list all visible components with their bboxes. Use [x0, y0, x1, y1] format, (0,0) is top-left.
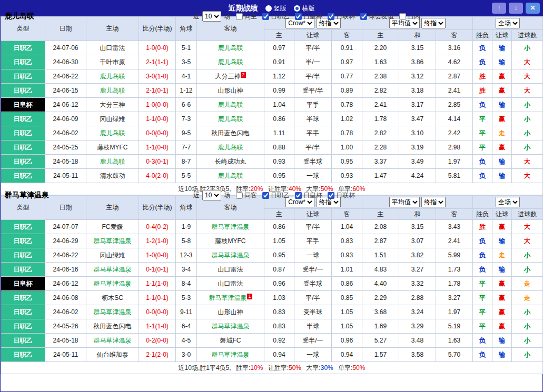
team-link[interactable]: 长崎成功丸 [215, 158, 246, 165]
scope-select[interactable]: 全场 [496, 18, 520, 28]
team-link[interactable]: 鹿儿岛联 [218, 172, 243, 179]
match-type: 日职乙 [1, 112, 45, 126]
filter-checkbox[interactable] [328, 192, 334, 199]
match-row: 日职乙24-06-16群马草津温泉0-1(0-1)3-4山口雷法0.87受半/一… [1, 263, 543, 277]
col-home: 主场 [86, 17, 139, 41]
team-link[interactable]: 群马草津温泉 [94, 337, 132, 344]
filter-checkbox[interactable] [262, 192, 269, 199]
team-link[interactable]: 群马草津温泉 [209, 294, 246, 301]
scroll-down-button[interactable]: ↓ [509, 3, 523, 14]
result-goals: 走 [512, 277, 543, 291]
team-link[interactable]: 鹿儿岛联 [100, 73, 125, 80]
team-link[interactable]: 大分三神 [215, 73, 240, 80]
match-count-select[interactable]: 10 [202, 190, 221, 200]
filter-球会友谊[interactable]: 球会友谊 [360, 12, 394, 21]
handicap-line: 平/半 [294, 220, 332, 234]
team-link[interactable]: 群马草津温泉 [94, 280, 132, 287]
match-score: 0-3(0-1) [139, 155, 176, 169]
team-link[interactable]: 山口雷法 [100, 44, 125, 52]
match-type: 日职乙 [1, 41, 45, 55]
average-select[interactable]: 平均值 [389, 197, 420, 207]
team-link[interactable]: 山形山神 [218, 87, 243, 94]
team-link[interactable]: 山口雷法 [218, 266, 243, 273]
match-type: 日职乙 [1, 305, 45, 319]
team-link[interactable]: 鹿儿岛联 [218, 144, 243, 151]
team-link[interactable]: 鹿儿岛联 [218, 58, 243, 66]
match-date: 24-06-29 [45, 234, 86, 248]
filter-label: 球会友谊 [369, 12, 394, 21]
team-link[interactable]: 鹿儿岛联 [218, 44, 243, 52]
filter-日联杯[interactable]: 日联杯 [328, 12, 355, 21]
close-icon[interactable]: ✕ [526, 3, 540, 14]
filter-checkbox[interactable] [262, 13, 269, 20]
filter-checkbox[interactable] [360, 13, 367, 20]
filter-日皇杯[interactable]: 日皇杯 [295, 191, 322, 200]
avg-away-odds: 1.78 [436, 277, 473, 291]
odds-stage-select-2[interactable]: 终指 [421, 197, 446, 207]
team-link[interactable]: 鹿儿岛联 [218, 101, 243, 108]
team-name: 群马草津温泉 [5, 190, 49, 200]
team-link[interactable]: 磐城FC [220, 337, 241, 344]
odds-stage-select-2[interactable]: 终指 [421, 18, 446, 28]
scope-select[interactable]: 全场 [496, 197, 520, 207]
team-link[interactable]: 鹿儿岛联 [100, 158, 125, 165]
team-link[interactable]: 枥木SC [102, 294, 123, 301]
filter-checkbox[interactable] [399, 13, 406, 20]
avg-home-odds: 2.29 [362, 291, 399, 305]
result-goals: 大 [512, 220, 543, 234]
home-team: 群马草津温泉 [86, 277, 139, 291]
match-score: 0-4(0-2) [139, 220, 176, 234]
away-team: 藤枝MYFC [197, 234, 264, 248]
team-link[interactable]: 冈山绿雉 [100, 252, 125, 259]
team-link[interactable]: 群马草津温泉 [212, 223, 250, 230]
team-link[interactable]: 群马草津温泉 [212, 323, 250, 330]
filter-checkbox[interactable] [295, 13, 302, 20]
filter-checkbox[interactable] [236, 13, 243, 20]
match-count-select[interactable]: 10 [202, 11, 221, 22]
team-link[interactable]: 大分三神 [100, 101, 125, 108]
avg-away-odds: 3.16 [436, 41, 473, 55]
team-link[interactable]: 冈山绿雉 [100, 115, 125, 123]
filter-同主[interactable]: 同主 [236, 12, 257, 21]
handicap-line: 受半/一 [294, 334, 332, 348]
team-link[interactable]: 清水鼓动 [100, 172, 125, 179]
filter-日职乙[interactable]: 日职乙 [262, 191, 290, 200]
team-link[interactable]: 藤枝MYFC [215, 237, 246, 245]
away-team: 群马草津温泉 [197, 220, 264, 234]
team-link[interactable]: 鹿儿岛联 [218, 115, 243, 123]
filter-日皇杯[interactable]: 日皇杯 [295, 12, 322, 21]
team-link[interactable]: 鹿儿岛联 [100, 87, 125, 94]
team-link[interactable]: 群马草津温泉 [94, 237, 132, 245]
team-link[interactable]: 群马草津温泉 [212, 351, 250, 358]
result-handicap: 赢 [492, 84, 512, 98]
scroll-up-button[interactable]: ↑ [492, 3, 506, 14]
filter-日丙[interactable]: 日丙 [399, 12, 420, 21]
away-team: 鹿儿岛联 [197, 55, 264, 69]
team-link[interactable]: 藤枝MYFC [97, 144, 128, 151]
away-team: 山口雷法 [197, 277, 264, 291]
team-link[interactable]: 群马草津温泉 [94, 266, 132, 273]
team-link[interactable]: 秋田蓝色闪电 [212, 129, 250, 137]
team-link[interactable]: 群马草津温泉 [94, 308, 132, 316]
team-link[interactable]: 山形山神 [218, 308, 243, 316]
filter-checkbox[interactable] [236, 192, 243, 199]
corner-count: 12-3 [176, 248, 197, 263]
team-link[interactable]: 群马草津温泉 [212, 252, 250, 259]
team-link[interactable]: 鹿儿岛联 [100, 129, 125, 137]
team-link[interactable]: 秋田蓝色闪电 [94, 323, 132, 330]
filter-label: 同主 [244, 12, 257, 21]
team-link[interactable]: FC爱媛 [102, 223, 123, 230]
avg-draw-odds: 3.15 [399, 41, 436, 55]
team-link[interactable]: 千叶市原 [100, 58, 125, 66]
filter-checkbox[interactable] [295, 192, 302, 199]
away-team: 群马草津温泉 [197, 319, 264, 334]
filter-日职乙[interactable]: 日职乙 [262, 12, 290, 21]
team-link[interactable]: 山口雷法 [218, 280, 243, 287]
filter-日联杯[interactable]: 日联杯 [328, 191, 355, 200]
filter-checkbox[interactable] [328, 13, 334, 20]
result-goals: 走 [512, 291, 543, 305]
team-link[interactable]: 仙台维加泰 [97, 351, 129, 358]
filter-同客[interactable]: 同客 [236, 191, 257, 200]
match-score: 3-0(1-0) [139, 69, 176, 84]
home-odds: 0.93 [264, 155, 294, 169]
